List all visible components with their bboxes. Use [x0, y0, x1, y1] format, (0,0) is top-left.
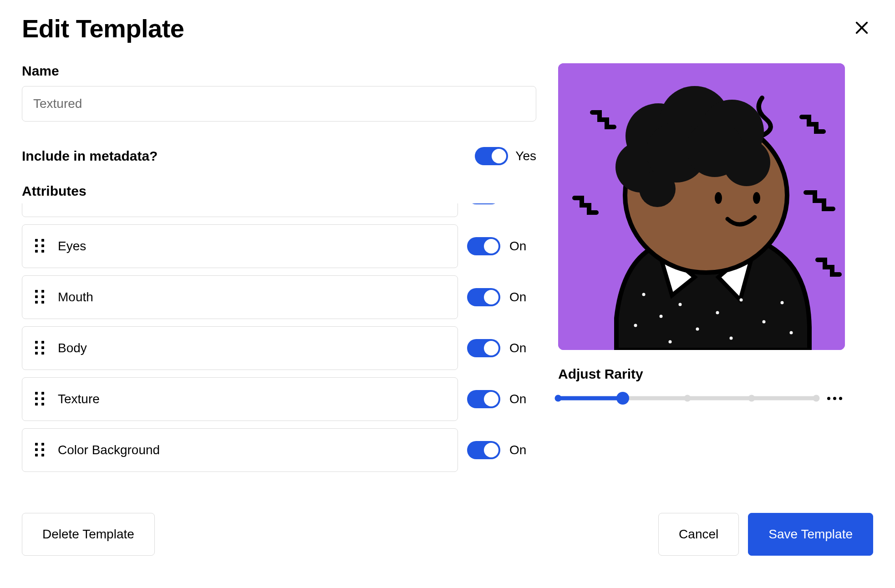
attribute-card[interactable]: Color Background [22, 428, 458, 472]
close-button[interactable] [850, 16, 873, 41]
attribute-state-label: On [509, 239, 526, 253]
metadata-label: Include in metadata? [22, 148, 158, 164]
attribute-toggle[interactable] [467, 441, 500, 459]
drag-handle-icon[interactable] [35, 239, 45, 253]
svg-point-11 [753, 192, 760, 204]
attribute-card[interactable]: Texture [22, 377, 458, 421]
drag-handle-icon[interactable] [35, 341, 45, 355]
close-icon [854, 20, 870, 35]
svg-point-17 [740, 299, 743, 302]
svg-point-20 [634, 324, 637, 327]
attribute-card[interactable]: Hair [22, 203, 458, 217]
attribute-toggle[interactable] [467, 288, 500, 306]
attribute-name: Color Background [58, 443, 160, 457]
attribute-name: Texture [58, 392, 100, 406]
slider-stop [748, 395, 755, 402]
name-label: Name [22, 63, 536, 79]
slider-thumb[interactable] [616, 392, 629, 405]
delete-template-button[interactable]: Delete Template [22, 513, 155, 556]
svg-point-9 [639, 171, 676, 207]
attribute-row: Texture On [22, 377, 536, 421]
attribute-name: Eyes [58, 239, 86, 253]
svg-point-21 [790, 331, 793, 335]
attribute-name: Body [58, 341, 87, 355]
attribute-row: Color Background On [22, 428, 536, 472]
rarity-slider[interactable] [558, 393, 816, 404]
attribute-row: Body On [22, 326, 536, 370]
svg-point-23 [669, 340, 672, 344]
svg-point-16 [716, 311, 719, 314]
slider-stop [813, 395, 820, 402]
attribute-state-label: On [509, 392, 526, 406]
svg-point-15 [696, 328, 699, 331]
metadata-state-label: Yes [515, 149, 536, 163]
drag-handle-icon[interactable] [35, 290, 45, 304]
svg-point-18 [763, 320, 766, 324]
attribute-toggle[interactable] [467, 390, 500, 408]
rarity-label: Adjust Rarity [558, 366, 845, 382]
attribute-row: Hair On [22, 203, 536, 217]
attribute-row: Mouth On [22, 275, 536, 319]
metadata-toggle[interactable] [475, 147, 508, 165]
slider-stop [684, 395, 691, 402]
svg-point-22 [730, 337, 733, 340]
svg-point-13 [660, 315, 663, 318]
attribute-toggle[interactable] [467, 237, 500, 255]
more-options-button[interactable] [824, 394, 845, 403]
save-template-button[interactable]: Save Template [748, 513, 873, 556]
attribute-card[interactable]: Body [22, 326, 458, 370]
svg-point-14 [679, 303, 682, 306]
drag-handle-icon[interactable] [35, 392, 45, 406]
cancel-button[interactable]: Cancel [658, 513, 739, 556]
slider-fill [558, 396, 623, 400]
name-input[interactable] [22, 86, 536, 122]
character-illustration [558, 63, 845, 350]
attribute-card[interactable]: Mouth [22, 275, 458, 319]
attributes-list: Hair On Eyes On [22, 203, 536, 491]
page-title: Edit Template [22, 14, 184, 43]
svg-point-8 [723, 139, 770, 186]
svg-point-19 [781, 301, 784, 304]
preview-image [558, 63, 845, 350]
slider-stop [555, 395, 562, 402]
attribute-name: Mouth [58, 290, 93, 304]
attribute-toggle[interactable] [467, 339, 500, 357]
attributes-label: Attributes [22, 183, 536, 199]
attribute-card[interactable]: Eyes [22, 224, 458, 268]
dots-icon [839, 397, 842, 400]
attribute-state-label: On [509, 290, 526, 304]
attribute-state-label: On [509, 341, 526, 355]
attribute-row: Eyes On [22, 224, 536, 268]
dots-icon [827, 397, 830, 400]
attribute-state-label: On [509, 443, 526, 457]
drag-handle-icon[interactable] [35, 443, 45, 457]
svg-point-10 [715, 192, 722, 204]
dots-icon [833, 397, 836, 400]
attribute-toggle[interactable] [467, 203, 500, 204]
svg-point-12 [642, 293, 646, 296]
